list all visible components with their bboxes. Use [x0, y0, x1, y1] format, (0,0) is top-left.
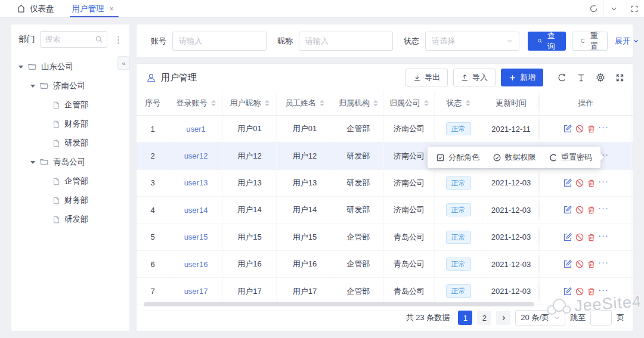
panel-title: 用户管理	[146, 72, 197, 83]
tab-dashboard[interactable]: 仪表盘	[17, 4, 54, 14]
export-button[interactable]: 导出	[405, 69, 448, 86]
edit-button[interactable]	[563, 232, 572, 242]
expand-toggle[interactable]: 展开	[615, 36, 639, 46]
tree-item-财务部[interactable]: 财务部	[11, 114, 129, 134]
tab-user-management[interactable]: 用户管理 ×	[72, 0, 114, 17]
table-row[interactable]: 1user1用户01用户01企管部济南公司正常2021-12-11···	[137, 116, 633, 142]
tree-item-山东公司[interactable]: 山东公司	[11, 57, 129, 76]
nickname-input[interactable]	[299, 32, 393, 51]
refresh-icon[interactable]	[583, 0, 603, 18]
tree-caret-icon[interactable]	[18, 66, 23, 69]
tree-item-财务部[interactable]: 财务部	[11, 191, 129, 210]
edit-button[interactable]	[563, 287, 572, 296]
kebab-menu-icon[interactable]: ⋮	[112, 34, 125, 45]
edit-icon	[563, 124, 572, 134]
more-actions-button[interactable]: ···	[598, 206, 609, 213]
column-header-6[interactable]: 状态	[435, 91, 482, 115]
data-permission-menu-item[interactable]: 数据权限	[493, 152, 536, 163]
assign-role-menu-item[interactable]: 分配角色	[436, 152, 479, 163]
scrollbar-thumb[interactable]	[144, 302, 534, 306]
table-row[interactable]: 6user16用户16用户16企管部青岛公司正常2021-12-03···	[137, 251, 633, 278]
add-button[interactable]: 新增	[501, 69, 543, 86]
status-select[interactable]: 请选择	[425, 32, 519, 51]
tree-item-企管部[interactable]: 企管部	[11, 95, 129, 114]
cell-nickname: 用户13	[223, 170, 277, 196]
tree-caret-icon[interactable]	[30, 161, 35, 164]
edit-button[interactable]	[563, 205, 572, 215]
edit-button[interactable]	[563, 178, 572, 188]
search-icon	[537, 37, 543, 45]
edit-button[interactable]	[563, 259, 572, 269]
folder-icon	[27, 62, 37, 72]
account-link[interactable]: user12	[184, 151, 208, 160]
fullscreen-table-icon[interactable]	[615, 73, 624, 82]
table-row[interactable]: 7user17用户17用户17企管部青岛公司正常2021-12-03···	[137, 278, 633, 305]
column-header-4[interactable]: 归属机构	[333, 91, 384, 115]
delete-button[interactable]	[587, 287, 596, 296]
jump-page-input[interactable]	[590, 310, 612, 325]
account-link[interactable]: user15	[184, 232, 208, 241]
horizontal-scrollbar[interactable]	[144, 302, 539, 306]
tree-item-青岛公司[interactable]: 青岛公司	[11, 153, 129, 172]
edit-button[interactable]	[563, 124, 572, 134]
gear-icon[interactable]	[596, 73, 605, 82]
more-actions-button[interactable]: ···	[598, 288, 609, 295]
table-row[interactable]: 5user15用户15用户15企管部青岛公司正常2021-12-03···	[137, 224, 633, 251]
file-icon-wrap	[52, 215, 60, 224]
sort-icon[interactable]	[320, 100, 324, 106]
sort-icon[interactable]	[424, 100, 429, 106]
cell-org: 研发部	[333, 197, 384, 223]
delete-button[interactable]	[587, 124, 596, 134]
disable-button[interactable]	[575, 124, 584, 134]
column-header-5[interactable]: 归属公司	[384, 91, 435, 115]
disable-button[interactable]	[575, 178, 584, 188]
page-size-select[interactable]: 20 条/页	[515, 310, 565, 325]
reset-button[interactable]: 重置	[572, 32, 608, 51]
account-link[interactable]: user16	[184, 260, 208, 269]
tree-item-济南公司[interactable]: 济南公司	[11, 76, 129, 95]
sort-icon[interactable]	[265, 100, 270, 106]
delete-button[interactable]	[587, 259, 596, 269]
row-height-icon[interactable]	[577, 73, 586, 82]
sort-icon[interactable]	[466, 100, 470, 106]
disable-button[interactable]	[575, 232, 584, 242]
table-row[interactable]: 3user13用户13用户13研发部济南公司正常2021-12-03···	[137, 170, 633, 197]
more-actions-button[interactable]: ···	[598, 234, 609, 241]
table-row[interactable]: 4user14用户14用户14研发部济南公司正常2021-12-03···	[137, 197, 633, 224]
next-page-button[interactable]	[496, 311, 510, 325]
column-header-1[interactable]: 登录账号	[169, 91, 223, 115]
tree-item-企管部[interactable]: 企管部	[11, 172, 129, 191]
column-header-3[interactable]: 员工姓名	[277, 91, 333, 115]
import-button[interactable]: 导入	[453, 69, 496, 86]
fullscreen-icon[interactable]	[624, 0, 644, 18]
disable-button[interactable]	[575, 205, 584, 215]
reset-password-menu-item[interactable]: 重置密码	[549, 152, 592, 163]
more-actions-button[interactable]: ···	[598, 125, 609, 132]
page-button-2[interactable]: 2	[477, 311, 491, 325]
tree-item-研发部[interactable]: 研发部	[11, 210, 129, 229]
account-input[interactable]	[172, 32, 267, 51]
tree-caret-icon[interactable]	[30, 85, 35, 88]
chevron-down-icon[interactable]	[603, 0, 624, 18]
more-actions-button[interactable]: ···	[598, 179, 609, 187]
disable-button[interactable]	[575, 259, 584, 269]
sort-icon[interactable]	[211, 100, 216, 106]
close-tab-icon[interactable]: ×	[110, 5, 114, 13]
account-link[interactable]: user1	[186, 125, 206, 134]
more-actions-button[interactable]: ···	[598, 261, 609, 268]
delete-button[interactable]	[587, 232, 596, 242]
tree-item-研发部[interactable]: 研发部	[11, 134, 129, 153]
refresh-icon[interactable]	[557, 73, 566, 82]
sort-icon[interactable]	[373, 100, 378, 106]
disable-button[interactable]	[575, 287, 584, 296]
delete-button[interactable]	[587, 178, 596, 188]
delete-button[interactable]	[587, 205, 596, 215]
page-button-1[interactable]: 1	[458, 311, 472, 325]
sidebar-collapse-button[interactable]: «	[117, 56, 130, 70]
account-link[interactable]: user14	[184, 206, 208, 215]
column-header-2[interactable]: 用户昵称	[223, 91, 277, 115]
cell-actions: ···	[540, 224, 632, 250]
query-button[interactable]: 查询	[528, 32, 566, 51]
account-link[interactable]: user17	[184, 287, 208, 296]
account-link[interactable]: user13	[184, 178, 208, 187]
